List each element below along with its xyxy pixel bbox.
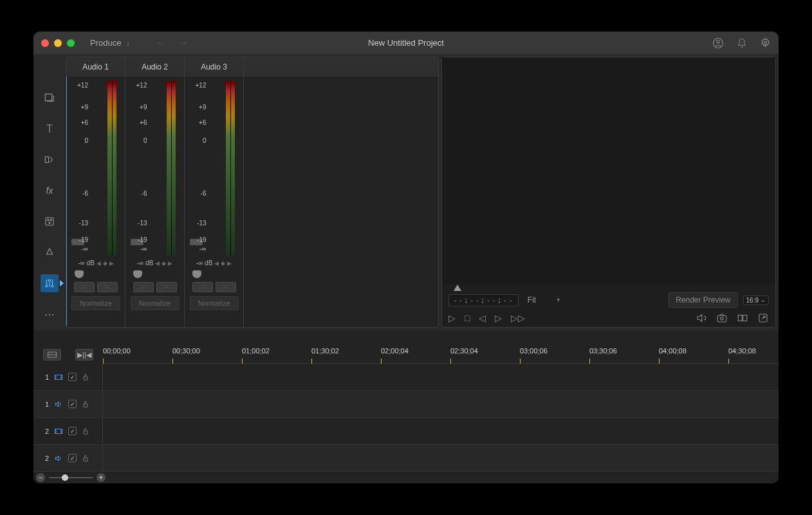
track-number: 2 xyxy=(45,427,49,435)
prev-frame-button[interactable]: ◁ xyxy=(479,313,486,323)
time-tick: 03;00;06 xyxy=(520,347,548,355)
snapshot-icon[interactable] xyxy=(716,312,728,324)
track-row: 2✓ xyxy=(33,445,779,472)
more-tool[interactable]: ⋯ xyxy=(41,305,59,323)
reset-btn[interactable]: ◆ xyxy=(103,260,107,267)
track-body[interactable] xyxy=(103,445,779,471)
close-dot[interactable] xyxy=(41,39,49,47)
audio-track-icon[interactable] xyxy=(54,400,63,408)
video-track-icon[interactable] xyxy=(54,373,63,381)
channel-1: +12 +9 +6 0 -6 -13 -19 -∞ -∞ dB ◀ ◆ xyxy=(66,77,125,327)
audio-track-icon[interactable] xyxy=(54,454,63,462)
gear-icon[interactable] xyxy=(760,37,771,48)
reset-btn[interactable]: ◆ xyxy=(161,260,166,267)
scale-label: 0 xyxy=(194,137,207,144)
stop-button[interactable]: □ xyxy=(465,313,470,323)
next-frame-button[interactable]: ▷ xyxy=(495,313,502,323)
track-enable-checkbox[interactable]: ✓ xyxy=(68,373,77,381)
inc-btn[interactable]: ▶ xyxy=(168,260,172,267)
fx-tool[interactable]: fx xyxy=(41,182,59,200)
transition-tool[interactable] xyxy=(41,151,59,169)
particle-tool[interactable] xyxy=(41,243,59,261)
playhead-bar[interactable] xyxy=(450,285,768,291)
timecode-display[interactable]: --;--;--;-- xyxy=(448,294,519,306)
color-tool[interactable] xyxy=(41,212,59,230)
dec-btn[interactable]: ◀ xyxy=(97,260,101,267)
track-view-button[interactable] xyxy=(43,349,61,360)
track-enable-checkbox[interactable]: ✓ xyxy=(68,400,77,408)
preview-viewport xyxy=(442,57,775,285)
channel-head-2[interactable]: Audio 2 xyxy=(125,57,185,77)
normalize-button[interactable]: Normalize xyxy=(71,296,120,310)
back-button[interactable]: ← xyxy=(155,37,165,49)
lock-icon[interactable] xyxy=(82,427,89,435)
zoom-in-button[interactable]: + xyxy=(97,473,106,482)
playhead-marker[interactable] xyxy=(454,285,461,291)
dec-btn[interactable]: ◀ xyxy=(214,260,219,267)
mixer-tool[interactable] xyxy=(41,274,59,292)
solo-button[interactable] xyxy=(156,282,177,292)
render-preview-button[interactable]: Render Preview xyxy=(669,292,737,308)
scale-label: +12 xyxy=(194,82,207,89)
account-icon[interactable] xyxy=(712,37,724,49)
track-enable-checkbox[interactable]: ✓ xyxy=(68,454,77,462)
reset-btn[interactable]: ◆ xyxy=(221,260,225,267)
pan-knob[interactable] xyxy=(133,270,142,278)
video-track-icon[interactable] xyxy=(54,427,63,435)
zoom-dot[interactable] xyxy=(67,39,75,47)
play-button[interactable]: ▷ xyxy=(448,313,456,323)
media-tool[interactable] xyxy=(41,89,59,107)
inc-btn[interactable]: ▶ xyxy=(109,260,114,267)
pan-knob[interactable] xyxy=(192,270,201,278)
solo-button[interactable] xyxy=(97,282,118,292)
project-title: New Untitled Project xyxy=(368,38,444,48)
aspect-label: 16:9 xyxy=(746,297,759,304)
aspect-ratio-button[interactable]: 16:9 ⌄ xyxy=(743,295,769,305)
solo-button[interactable] xyxy=(216,282,236,292)
dec-btn[interactable]: ◀ xyxy=(155,260,160,267)
lock-icon[interactable] xyxy=(82,373,89,381)
forward-button[interactable]: → xyxy=(178,37,189,49)
snap-button[interactable]: ▶||◀ xyxy=(75,349,93,360)
scale-label: +9 xyxy=(194,104,207,111)
scale-ninf: -∞ xyxy=(75,245,88,252)
lock-icon[interactable] xyxy=(82,400,89,408)
svg-rect-19 xyxy=(84,377,88,380)
transport-bar: ▷ □ ◁ ▷ ▷▷ xyxy=(442,309,775,327)
volume-icon[interactable] xyxy=(696,312,707,324)
time-ruler[interactable]: 00;00;0000;30;0001;00;0201;30;0202;00;04… xyxy=(103,346,779,364)
track-body[interactable] xyxy=(103,418,779,444)
scale-label: -13 xyxy=(194,220,207,227)
mute-button[interactable] xyxy=(192,282,213,292)
zoom-thumb[interactable] xyxy=(62,474,68,481)
bell-icon[interactable] xyxy=(737,38,747,48)
nav-arrows: ← → xyxy=(155,37,189,49)
track-body[interactable] xyxy=(103,391,779,417)
text-tool[interactable] xyxy=(41,120,59,138)
fast-forward-button[interactable]: ▷▷ xyxy=(511,313,525,323)
zoom-slider[interactable] xyxy=(49,477,93,478)
zoom-out-button[interactable]: − xyxy=(36,473,45,482)
channel-head-1[interactable]: Audio 1 xyxy=(66,57,125,77)
mute-button[interactable] xyxy=(133,282,154,292)
inc-btn[interactable]: ▶ xyxy=(227,260,232,267)
lock-icon[interactable] xyxy=(82,454,89,462)
track-body[interactable] xyxy=(103,364,779,390)
title-right xyxy=(712,37,771,49)
svg-rect-4 xyxy=(45,157,48,163)
popout-icon[interactable] xyxy=(757,312,769,324)
track-row: 1✓ xyxy=(33,391,779,418)
normalize-button[interactable]: Normalize xyxy=(190,296,239,310)
minimize-dot[interactable] xyxy=(54,39,62,47)
pan-knob[interactable] xyxy=(75,270,84,278)
svg-point-2 xyxy=(764,41,766,44)
mute-solo-row xyxy=(74,282,118,292)
mute-button[interactable] xyxy=(74,282,95,292)
channel-head-3[interactable]: Audio 3 xyxy=(185,57,244,77)
svg-rect-15 xyxy=(743,315,747,321)
track-enable-checkbox[interactable]: ✓ xyxy=(68,427,77,435)
zoom-fit-select[interactable]: Fit ▼ xyxy=(524,294,565,306)
compare-icon[interactable] xyxy=(737,312,748,324)
track-row: 2✓ xyxy=(33,418,779,445)
normalize-button[interactable]: Normalize xyxy=(131,296,180,310)
